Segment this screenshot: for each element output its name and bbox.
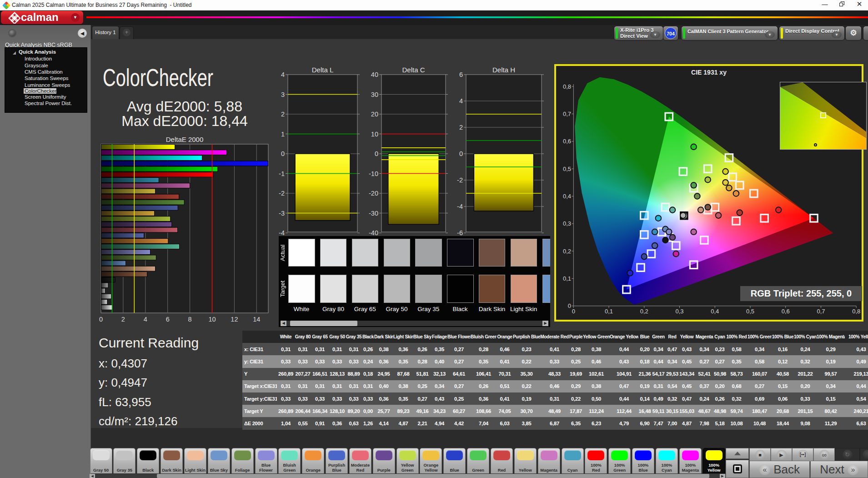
- svg-text:Delta L: Delta L: [312, 66, 334, 74]
- svg-text:0,4: 0,4: [563, 193, 571, 200]
- svg-text:0,3: 0,3: [675, 308, 683, 315]
- svg-text:0,1: 0,1: [563, 275, 571, 282]
- svg-text:10: 10: [371, 131, 378, 138]
- svg-text:0,5: 0,5: [563, 166, 571, 172]
- svg-text:0: 0: [99, 316, 103, 323]
- svg-text:2: 2: [281, 111, 285, 118]
- svg-text:-6: -6: [457, 229, 463, 236]
- svg-text:-3: -3: [279, 210, 285, 217]
- svg-text:0,1: 0,1: [605, 308, 613, 315]
- svg-text:-2: -2: [457, 176, 463, 184]
- svg-text:0,7: 0,7: [563, 111, 571, 117]
- svg-text:4: 4: [459, 97, 463, 105]
- svg-text:0,8: 0,8: [852, 308, 860, 315]
- svg-text:8: 8: [188, 316, 192, 323]
- svg-text:0,6: 0,6: [782, 308, 790, 315]
- svg-text:0,6: 0,6: [563, 138, 571, 145]
- svg-text:Delta C: Delta C: [402, 66, 425, 74]
- svg-text:-20: -20: [369, 190, 378, 197]
- svg-text:0,5: 0,5: [746, 308, 754, 315]
- svg-text:Delta H: Delta H: [492, 66, 515, 74]
- svg-text:3: 3: [281, 91, 285, 98]
- svg-text:0,8: 0,8: [563, 83, 571, 90]
- svg-text:-10: -10: [369, 170, 378, 177]
- svg-text:0,2: 0,2: [640, 308, 648, 315]
- svg-text:4: 4: [281, 71, 285, 78]
- svg-text:20: 20: [371, 111, 378, 118]
- svg-text:4: 4: [144, 316, 147, 323]
- svg-text:0: 0: [572, 308, 575, 315]
- svg-text:-4: -4: [279, 229, 285, 236]
- svg-text:10: 10: [208, 316, 216, 323]
- svg-text:40: 40: [371, 71, 378, 78]
- svg-text:0,2: 0,2: [563, 248, 571, 255]
- svg-text:14: 14: [253, 316, 260, 323]
- svg-text:2: 2: [121, 316, 125, 323]
- svg-text:0,7: 0,7: [817, 308, 825, 315]
- svg-text:-40: -40: [369, 229, 378, 236]
- svg-text:DeltaE 2000: DeltaE 2000: [166, 136, 204, 143]
- svg-text:0: 0: [281, 150, 285, 157]
- svg-text:ColorChecker: ColorChecker: [103, 64, 213, 91]
- svg-text:0: 0: [459, 150, 463, 157]
- svg-text:1: 1: [281, 131, 285, 138]
- svg-text:6: 6: [459, 71, 463, 78]
- svg-text:12: 12: [231, 316, 238, 323]
- svg-text:6: 6: [166, 316, 170, 323]
- svg-text:-2: -2: [279, 190, 285, 197]
- svg-text:-4: -4: [457, 203, 463, 210]
- svg-text:30: 30: [371, 91, 378, 98]
- svg-text:-30: -30: [369, 210, 378, 217]
- svg-text:0: 0: [375, 150, 378, 157]
- svg-text:2: 2: [459, 124, 463, 131]
- svg-text:0: 0: [568, 302, 571, 309]
- svg-text:0,4: 0,4: [711, 308, 719, 315]
- svg-text:-1: -1: [279, 170, 285, 177]
- svg-text:0,3: 0,3: [563, 220, 571, 227]
